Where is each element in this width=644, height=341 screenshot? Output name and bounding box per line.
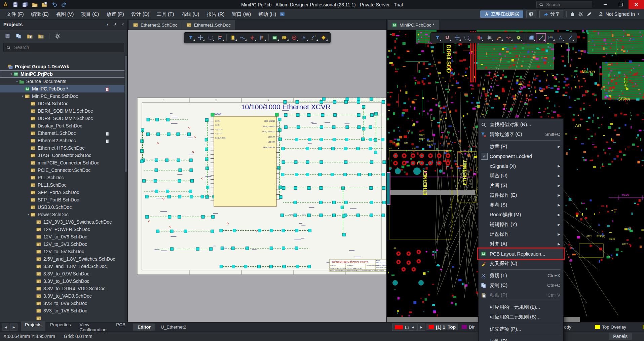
tree-item[interactable]: 12V_3V3_1V8_Swiches.SchDoc: [0, 218, 127, 226]
compare-documents-button[interactable]: [16, 33, 22, 39]
doc-tab-0[interactable]: Ethernet2.SchDoc: [129, 20, 182, 30]
context-menu-item-0[interactable]: 查找相似对象 (N)...: [479, 120, 563, 129]
place-wire-button[interactable]: [238, 34, 247, 42]
align-button[interactable]: [216, 34, 225, 42]
editor-tab-u_ethernet2[interactable]: U_Ethernet2: [156, 324, 191, 331]
tree-item[interactable]: Project Group 1.DsnWrk: [0, 63, 127, 70]
context-menu-item-10[interactable]: Room操作 (M)▶: [479, 210, 563, 220]
buy-online-button[interactable]: 立即在线购买: [480, 10, 523, 18]
place-no-erc-button[interactable]: [290, 34, 299, 42]
tree-item[interactable]: DDR4_SODIMM1.SchDoc: [0, 107, 127, 115]
tree-item[interactable]: JTAG_Connector.SchDoc: [0, 152, 127, 159]
tree-item[interactable]: ▾Power.SchDoc: [0, 211, 127, 218]
place-sheet-button[interactable]: [270, 34, 279, 42]
menu-item-8[interactable]: 报告 (R): [203, 11, 228, 17]
panel-menu-icon[interactable]: ▼: [106, 23, 109, 26]
layer-tab[interactable]: Bottom Overlay: [640, 324, 644, 330]
explore-folder-button[interactable]: [27, 33, 33, 39]
context-menu-item-8[interactable]: 器件操作 (E)▶: [479, 190, 563, 200]
move-button[interactable]: [196, 34, 205, 42]
context-menu-item-18[interactable]: 复制 (C)Ctrl+C: [479, 280, 563, 290]
layer-tab[interactable]: Dir: [459, 324, 477, 330]
global-search[interactable]: [536, 1, 592, 8]
tree-item[interactable]: Ethernet-HPS.SchDoc: [0, 144, 127, 152]
place-line-button[interactable]: [536, 34, 545, 42]
filter-button[interactable]: [433, 34, 442, 42]
tree-item[interactable]: SFP_PortB.SchDoc: [0, 196, 127, 203]
context-menu-item-9[interactable]: 参考 (S)▶: [479, 200, 563, 210]
expand-arrow[interactable]: ▾: [21, 94, 25, 98]
tree-item[interactable]: 12V_to_3V3.SchDoc: [0, 240, 127, 248]
layer-scroll-left[interactable]: ◀: [409, 324, 417, 331]
place-via-button[interactable]: [514, 34, 523, 42]
context-menu-item-19[interactable]: 粘贴 (P)Ctrl+V: [479, 290, 563, 300]
tree-item[interactable]: 12V_to_5V.SchDoc: [0, 248, 127, 255]
place-component-button[interactable]: [485, 34, 494, 42]
tree-item[interactable]: ▾MiniPC_Func.SchDoc: [0, 92, 127, 100]
tree-item[interactable]: SFP_PortA.SchDoc: [0, 189, 127, 196]
context-menu-item-15[interactable]: 交叉探针 (C): [479, 259, 563, 268]
tree-item[interactable]: 3V3_to_0V9.SchDoc: [0, 300, 127, 307]
context-menu-item-12[interactable]: 焊盘操作▶: [479, 229, 563, 239]
undo-button[interactable]: [51, 2, 57, 8]
tree-item[interactable]: Ethernet2.SchDoc: [0, 137, 127, 144]
tree-item[interactable]: DDR4_SODIMM2.SchDoc: [0, 115, 127, 122]
context-menu-item-6[interactable]: 联合 (U)▶: [479, 171, 563, 181]
snap-magnet-button[interactable]: [443, 34, 452, 42]
doc-tab-pcb[interactable]: MiniPC.PcbDoc *: [388, 20, 439, 30]
context-menu-item-24[interactable]: 优先选项 (P)...: [479, 324, 563, 334]
tree-item[interactable]: ▾MiniPC.PrjPcb: [0, 70, 127, 78]
expand-arrow[interactable]: ▾: [9, 72, 13, 76]
menu-item-9[interactable]: 窗口 (W): [228, 11, 255, 17]
context-menu-item-11[interactable]: 铺铜操作 (Y)▶: [479, 220, 563, 229]
context-menu-item-13[interactable]: 对齐 (A)▶: [479, 239, 563, 249]
context-menu-item-14[interactable]: PCB Layout Replication...: [479, 249, 563, 259]
context-menu-item-22[interactable]: 可应用的二元规则 (B)...: [479, 312, 563, 322]
menu-item-1[interactable]: 编辑 (E): [28, 11, 52, 17]
place-pad-button[interactable]: [475, 34, 484, 42]
tree-item[interactable]: DDR4.SchDoc: [0, 100, 127, 107]
restore-button[interactable]: [613, 0, 629, 9]
tree-item[interactable]: 12V_to_0V9.SchDoc: [0, 233, 127, 240]
layer-tab[interactable]: [1] 1_Top: [426, 324, 458, 330]
tree-item[interactable]: Display_Port.SchDoc: [0, 122, 127, 129]
tree-item[interactable]: 2.5V_and_1.8V_Switches.SchDoc: [0, 255, 127, 263]
context-menu-item-21[interactable]: 可应用的一元规则 (L)...: [479, 302, 563, 312]
tree-item[interactable]: 3.3V_to_DDR4_VDD.SchDoc: [0, 285, 127, 292]
tree-item[interactable]: 3.3V_to_VADJ.SchDoc: [0, 292, 127, 300]
place-part-button[interactable]: [228, 34, 237, 42]
tree-item[interactable]: USB3.0.SchDoc: [0, 203, 127, 211]
tree-item[interactable]: 12V_POWER.SchDoc: [0, 226, 127, 233]
place-text-button[interactable]: A: [300, 34, 309, 42]
project-options-button[interactable]: [38, 33, 44, 39]
open-project-button[interactable]: [42, 2, 47, 8]
tree-item[interactable]: 3.3V_and_1.8V_Load.SchDoc: [0, 263, 127, 270]
context-menu-item-26[interactable]: 属性 (R)...: [479, 336, 563, 341]
menu-item-6[interactable]: 工具 (T): [153, 11, 178, 17]
tree-item[interactable]: Ethernet1.SchDoc: [0, 129, 127, 137]
close-button[interactable]: ✕: [629, 0, 644, 9]
tree-item[interactable]: ▾Source Documents: [0, 78, 127, 85]
filter-button[interactable]: [186, 34, 195, 42]
place-designator-button[interactable]: D1: [280, 34, 289, 42]
editor-tab-editor[interactable]: Editor: [133, 324, 155, 331]
save-button[interactable]: [12, 2, 18, 8]
projects-search-input[interactable]: [13, 44, 109, 50]
menu-item-7[interactable]: 布线 (U): [178, 11, 203, 17]
tree-item[interactable]: PLL.SchDoc: [0, 174, 127, 181]
comment-button[interactable]: [526, 10, 536, 18]
expand-arrow[interactable]: ▾: [26, 213, 31, 216]
context-menu-item-1[interactable]: 清除过滤器 (C)Shift+C: [479, 129, 563, 139]
layer-scroll-right[interactable]: ▶: [417, 324, 425, 331]
place-keepout-button[interactable]: [566, 34, 575, 42]
schematic-canvas[interactable]: D1A 123410/100/1000 Ethernet XCVRU20AS_I…: [128, 30, 386, 323]
context-menu-item-5[interactable]: xSignals (X)▶: [479, 161, 563, 171]
place-gnd-button[interactable]: [248, 34, 257, 42]
menu-item-4[interactable]: 放置 (P): [103, 11, 127, 17]
interactive-route-button[interactable]: [494, 34, 503, 42]
tree-item[interactable]: 3V3_to_1V8.SchDoc: [0, 307, 127, 314]
open-button[interactable]: [32, 2, 38, 8]
context-menu-item-3[interactable]: 放置 (P)▶: [479, 142, 563, 151]
move-button[interactable]: [452, 34, 461, 42]
place-arc-button[interactable]: [309, 34, 318, 42]
